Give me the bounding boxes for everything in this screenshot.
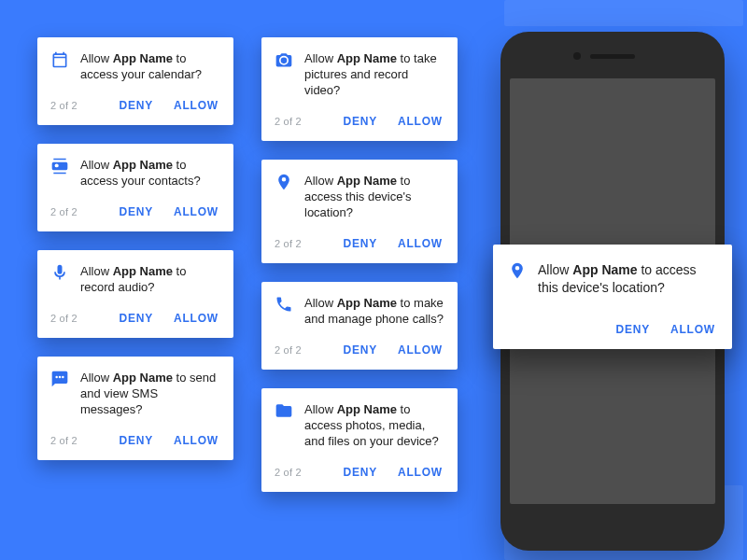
deny-button[interactable]: DENY bbox=[613, 319, 652, 340]
permission-app-name: App Name bbox=[572, 262, 637, 277]
deny-button[interactable]: DENY bbox=[341, 233, 379, 254]
permission-dialog-camera: Allow App Name to take pictures and reco… bbox=[261, 37, 458, 141]
permission-app-name: App Name bbox=[113, 158, 173, 172]
contacts-icon bbox=[50, 157, 69, 175]
permission-text: Allow App Name to access your contacts? bbox=[80, 157, 220, 189]
sms-icon bbox=[50, 370, 69, 388]
allow-button[interactable]: ALLOW bbox=[396, 462, 444, 483]
permission-prefix: Allow bbox=[304, 296, 337, 310]
deny-button[interactable]: DENY bbox=[117, 308, 155, 329]
mic-icon bbox=[50, 263, 69, 282]
location-icon bbox=[275, 173, 293, 191]
allow-button[interactable]: ALLOW bbox=[172, 430, 220, 451]
permission-dialog-sms: Allow App Name to send and view SMS mess… bbox=[37, 357, 233, 460]
permission-app-name: App Name bbox=[113, 371, 173, 385]
phone-frame: Allow App Name to access this device's l… bbox=[500, 32, 725, 551]
phone-icon bbox=[275, 295, 293, 314]
allow-button[interactable]: ALLOW bbox=[396, 233, 444, 254]
permission-text: Allow App Name to send and view SMS mess… bbox=[80, 370, 220, 417]
permission-app-name: App Name bbox=[337, 51, 397, 65]
permission-dialog-phone: Allow App Name to make and manage phone … bbox=[261, 282, 458, 370]
allow-button[interactable]: ALLOW bbox=[669, 319, 717, 340]
permission-app-name: App Name bbox=[337, 296, 397, 310]
calendar-icon bbox=[50, 50, 69, 69]
permission-dialog-mic: Allow App Name to record audio?2 of 2DEN… bbox=[37, 250, 233, 338]
location-icon bbox=[508, 261, 527, 280]
phone-screen: Allow App Name to access this device's l… bbox=[510, 78, 715, 504]
deny-button[interactable]: DENY bbox=[117, 430, 155, 451]
allow-button[interactable]: ALLOW bbox=[396, 340, 444, 360]
camera-icon bbox=[275, 50, 293, 69]
permission-app-name: App Name bbox=[113, 51, 173, 65]
permission-counter: 2 of 2 bbox=[275, 344, 302, 356]
permission-app-name: App Name bbox=[113, 264, 173, 278]
permission-dialog-calendar: Allow App Name to access your calendar?2… bbox=[37, 37, 233, 125]
deny-button[interactable]: DENY bbox=[117, 95, 155, 116]
ghost-card bbox=[504, 0, 743, 26]
permission-counter: 2 of 2 bbox=[50, 100, 78, 111]
permission-text: Allow App Name to access your calendar? bbox=[80, 50, 220, 82]
permission-counter: 2 of 2 bbox=[50, 206, 78, 217]
folder-icon bbox=[275, 401, 293, 420]
permission-prefix: Allow bbox=[304, 174, 337, 188]
deny-button[interactable]: DENY bbox=[341, 462, 379, 483]
permission-dialog-contacts: Allow App Name to access your contacts?2… bbox=[37, 144, 233, 231]
permission-counter: 2 of 2 bbox=[275, 238, 302, 249]
deny-button[interactable]: DENY bbox=[341, 340, 379, 360]
permission-text: Allow App Name to access this device's l… bbox=[538, 261, 717, 297]
permission-counter: 2 of 2 bbox=[50, 313, 78, 324]
permission-app-name: App Name bbox=[337, 174, 397, 188]
permission-prefix: Allow bbox=[304, 51, 337, 65]
permission-counter: 2 of 2 bbox=[50, 435, 78, 446]
permission-text: Allow App Name to make and manage phone … bbox=[304, 295, 444, 327]
permission-app-name: App Name bbox=[337, 402, 397, 416]
allow-button[interactable]: ALLOW bbox=[172, 202, 220, 222]
permission-dialog-location: Allow App Name to access this device's l… bbox=[261, 160, 458, 263]
permission-text: Allow App Name to access this device's l… bbox=[304, 173, 444, 220]
permission-dialog-folder: Allow App Name to access photos, media, … bbox=[261, 388, 458, 492]
permission-prefix: Allow bbox=[80, 264, 113, 278]
permission-text: Allow App Name to take pictures and reco… bbox=[304, 50, 444, 98]
permission-counter: 2 of 2 bbox=[275, 467, 302, 478]
permission-text: Allow App Name to record audio? bbox=[80, 263, 220, 295]
allow-button[interactable]: ALLOW bbox=[396, 111, 444, 132]
permission-counter: 2 of 2 bbox=[275, 116, 302, 127]
deny-button[interactable]: DENY bbox=[341, 111, 379, 132]
deny-button[interactable]: DENY bbox=[117, 202, 155, 222]
allow-button[interactable]: ALLOW bbox=[172, 308, 220, 329]
permission-text: Allow App Name to access photos, media, … bbox=[304, 401, 444, 449]
permission-dialog-phone: Allow App Name to access this device's l… bbox=[493, 245, 732, 349]
permission-prefix: Allow bbox=[80, 371, 113, 385]
permission-prefix: Allow bbox=[304, 402, 337, 416]
allow-button[interactable]: ALLOW bbox=[172, 95, 220, 116]
permission-prefix: Allow bbox=[538, 262, 572, 277]
permission-prefix: Allow bbox=[80, 51, 113, 65]
permission-prefix: Allow bbox=[80, 158, 113, 172]
